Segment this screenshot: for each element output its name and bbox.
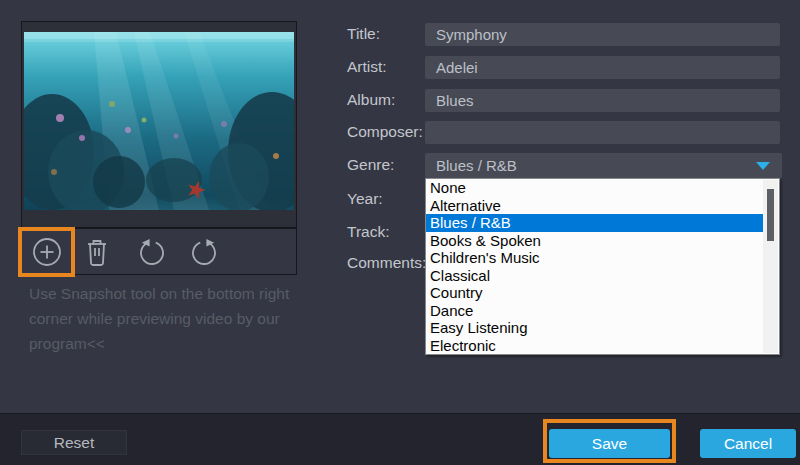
genre-option[interactable]: None [426, 179, 763, 197]
dropdown-scrollbar-thumb[interactable] [767, 189, 774, 241]
title-label: Title: [347, 25, 380, 43]
snapshot-toolbar [21, 228, 297, 275]
add-snapshot-icon[interactable] [30, 235, 64, 269]
genre-option[interactable]: Classical [426, 267, 763, 285]
genre-option[interactable]: Easy Listening [426, 319, 763, 337]
dropdown-scrollbar[interactable] [763, 180, 778, 353]
artist-label: Artist: [347, 58, 387, 76]
genre-dropdown-list: None Alternative Blues / R&B Books & Spo… [425, 178, 780, 355]
composer-label: Composer: [347, 123, 423, 141]
album-input[interactable] [425, 89, 780, 112]
cancel-button[interactable]: Cancel [700, 429, 796, 458]
rotate-left-icon[interactable] [135, 235, 169, 269]
snapshot-hint-text: Use Snapshot tool on the bottom right co… [29, 281, 293, 356]
video-preview-frame [21, 21, 297, 228]
genre-option[interactable]: Electronic [426, 337, 763, 355]
metadata-editor-dialog: Use Snapshot tool on the bottom right co… [0, 0, 800, 465]
rotate-right-icon[interactable] [187, 235, 221, 269]
track-label: Track: [347, 223, 389, 241]
composer-input[interactable] [425, 121, 780, 144]
save-button[interactable]: Save [549, 429, 670, 458]
reset-button[interactable]: Reset [21, 430, 127, 455]
video-thumbnail [24, 32, 294, 210]
title-input[interactable] [425, 23, 780, 46]
comments-label: Comments: [347, 254, 426, 272]
genre-option[interactable]: Alternative [426, 197, 763, 215]
genre-label: Genre: [347, 156, 394, 174]
genre-selected-value: Blues / R&B [436, 157, 517, 174]
genre-option[interactable]: Children's Music [426, 249, 763, 267]
delete-trash-icon[interactable] [83, 236, 111, 268]
artist-input[interactable] [425, 56, 780, 79]
footer-bar: Reset [0, 413, 800, 465]
genre-option-selected[interactable]: Blues / R&B [426, 214, 763, 232]
chevron-down-icon [756, 162, 770, 170]
genre-option[interactable]: Books & Spoken [426, 232, 763, 250]
genre-option[interactable]: Dance [426, 302, 763, 320]
genre-select[interactable]: Blues / R&B [425, 153, 782, 178]
year-label: Year: [347, 190, 383, 208]
genre-option[interactable]: Country [426, 284, 763, 302]
album-label: Album: [347, 91, 395, 109]
